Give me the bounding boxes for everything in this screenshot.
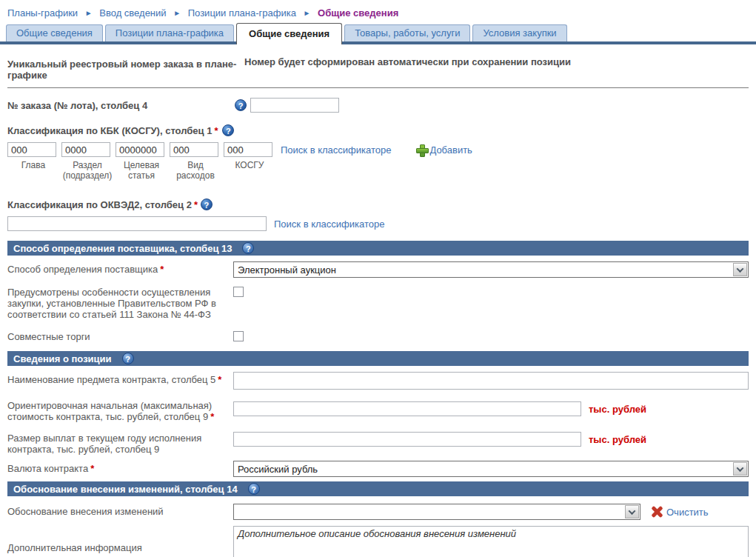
kbk-razdel-caption: Раздел (подраздел)	[61, 160, 113, 181]
additional-info-textarea[interactable]: Дополнительное описание обоснования внес…	[233, 526, 749, 557]
required-mark: *	[160, 264, 164, 275]
section-title: Способ определения поставщика, столбец 1…	[13, 243, 232, 254]
kbk-add-link-label: Добавить	[429, 144, 472, 156]
joint-bidding-checkbox[interactable]	[233, 331, 244, 341]
kbk-classifier-search-link[interactable]: Поиск в классификаторе	[281, 144, 391, 156]
payments-units: тыс. рублей	[589, 434, 646, 445]
urn-label: Уникальный реестровый номер заказа в пла…	[7, 56, 244, 81]
max-price-label: Ориентировочная начальная (максимальная)…	[7, 398, 233, 422]
currency-value: Российский рубль	[234, 464, 732, 475]
joint-bidding-label: Совместные торги	[7, 329, 233, 342]
okved-input[interactable]	[7, 216, 267, 231]
purchase-features-label: Предусмотрены особенности осуществления …	[7, 284, 244, 320]
kbk-col-kosgu: КОСГУ	[224, 142, 278, 181]
required-mark: *	[218, 374, 221, 385]
chevron-down-icon	[625, 505, 639, 518]
okved-label: Классификация по ОКВЭД2, столбец 2	[7, 199, 192, 210]
plus-icon	[416, 144, 427, 156]
kbk-glava-caption: Глава	[7, 160, 59, 170]
contract-subject-input[interactable]	[233, 372, 749, 390]
help-icon[interactable]: ?	[122, 353, 134, 364]
tab-goods-works-services[interactable]: Товары, работы, услуги	[344, 24, 470, 41]
kbk-add-link[interactable]: Добавить	[416, 144, 472, 156]
breadcrumb-link-input[interactable]: Ввод сведений	[99, 7, 166, 19]
chevron-down-icon	[733, 263, 747, 276]
chevron-down-icon	[733, 462, 747, 476]
okved-classifier-search-link[interactable]: Поиск в классификаторе	[274, 219, 384, 230]
current-year-payments-input[interactable]	[233, 432, 581, 447]
clear-link-label: Очистить	[666, 507, 709, 518]
tab-purchase-conditions[interactable]: Условия закупки	[472, 24, 566, 41]
max-price-label-text: Ориентировочная начальная (максимальная)…	[7, 400, 212, 422]
kbk-col-glava: Глава	[7, 142, 61, 181]
clear-link[interactable]: Очистить	[651, 506, 709, 518]
currency-label: Валюта контракта*	[7, 461, 233, 474]
order-number-input[interactable]	[250, 98, 339, 113]
kbk-kosgu-caption: КОСГУ	[224, 160, 275, 170]
section-header-position: Сведения о позиции ?	[7, 351, 749, 366]
supplier-method-value: Электронный аукцион	[234, 264, 732, 276]
section-title: Сведения о позиции	[13, 353, 112, 364]
breadcrumb-arrow-icon: ►	[304, 9, 311, 17]
breadcrumb-link-plans[interactable]: Планы-графики	[7, 7, 78, 19]
breadcrumb-arrow-icon: ►	[173, 9, 181, 17]
required-mark: *	[210, 411, 214, 422]
kbk-kosgu-input[interactable]	[224, 142, 272, 157]
tab-plan-positions[interactable]: Позиции плана-графика	[105, 24, 234, 41]
breadcrumb-arrow-icon: ►	[85, 9, 93, 17]
kbk-glava-input[interactable]	[7, 142, 56, 157]
kbk-razdel-input[interactable]	[61, 142, 110, 157]
additional-info-label: Дополнительная информация	[7, 526, 233, 553]
kbk-tselevaya-input[interactable]	[116, 142, 164, 157]
clear-x-icon	[651, 506, 663, 518]
change-reason-select[interactable]	[233, 504, 640, 520]
section-header-changes: Обоснование внесения изменений, столбец …	[7, 481, 749, 496]
section-title: Обоснование внесения изменений, столбец …	[13, 484, 238, 495]
supplier-method-label: Способ определения поставщика*	[7, 261, 233, 275]
urn-note: Номер будет сформирован автоматически пр…	[244, 56, 749, 67]
supplier-method-label-text: Способ определения поставщика	[7, 264, 158, 275]
supplier-method-select[interactable]: Электронный аукцион	[233, 261, 749, 278]
tab-bar: Общие сведения Позиции плана-графика Общ…	[0, 23, 756, 41]
contract-subject-label-text: Наименование предмета контракта, столбец…	[7, 374, 215, 385]
kbk-col-tselevaya: Целевая статья	[116, 142, 170, 181]
kbk-col-razdel: Раздел (подраздел)	[61, 142, 116, 181]
max-price-units: тыс. рублей	[589, 404, 646, 415]
purchase-features-checkbox[interactable]	[233, 287, 244, 297]
breadcrumb-link-positions[interactable]: Позиции плана-графика	[188, 7, 296, 19]
required-mark: *	[90, 463, 94, 474]
contract-subject-label: Наименование предмета контракта, столбец…	[7, 372, 233, 385]
kbk-vid-caption: Вид расходов	[170, 160, 221, 181]
kbk-label: Классификация по КБК (КОСГУ), столбец 1	[7, 125, 212, 136]
breadcrumb: Планы-графики ► Ввод сведений ► Позиции …	[0, 0, 756, 23]
change-reason-label: Обоснование внесения изменений	[7, 504, 233, 517]
help-icon[interactable]: ?	[235, 99, 247, 111]
tab-accent-bar	[0, 41, 756, 44]
kbk-tselevaya-caption: Целевая статья	[116, 160, 167, 181]
required-mark: *	[214, 125, 218, 136]
tab-general-info-plan[interactable]: Общие сведения	[6, 24, 103, 41]
max-price-input[interactable]	[233, 401, 581, 416]
kbk-vid-input[interactable]	[170, 142, 218, 157]
order-number-label: № заказа (№ лота), столбец 4	[7, 98, 233, 111]
currency-select[interactable]: Российский рубль	[233, 461, 749, 477]
kbk-col-vid: Вид расходов	[170, 142, 224, 181]
help-icon[interactable]: ?	[242, 242, 254, 254]
breadcrumb-current: Общие сведения	[318, 7, 398, 19]
section-header-supplier: Способ определения поставщика, столбец 1…	[7, 241, 749, 256]
help-icon[interactable]: ?	[222, 124, 234, 136]
required-mark: *	[194, 199, 198, 210]
help-icon[interactable]: ?	[248, 483, 260, 495]
currency-label-text: Валюта контракта	[7, 463, 88, 474]
divider	[7, 87, 749, 88]
current-year-payments-label: Размер выплат в текущем году исполнения …	[7, 430, 233, 455]
help-icon[interactable]: ?	[201, 199, 213, 210]
tab-general-info-active[interactable]: Общие сведения	[236, 23, 342, 44]
